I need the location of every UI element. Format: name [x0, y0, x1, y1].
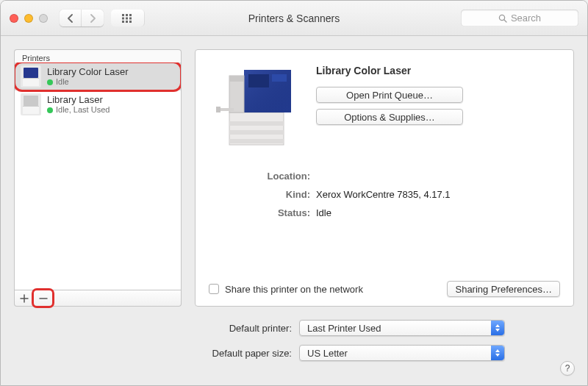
svg-rect-1 [126, 14, 128, 16]
show-all-button[interactable] [111, 10, 145, 26]
printer-row-library-laser[interactable]: Library Laser Idle, Last Used [15, 90, 181, 118]
chevron-right-icon [89, 14, 96, 23]
printers-list: Library Color Laser Idle Library Laser I… [14, 62, 182, 290]
close-window-button[interactable] [10, 14, 18, 23]
prefs-window: Printers & Scanners Search Printers Libr… [0, 0, 588, 386]
svg-rect-12 [229, 121, 284, 126]
options-supplies-button[interactable]: Options & Supplies… [316, 109, 463, 125]
svg-rect-2 [129, 14, 132, 16]
printer-illustration [209, 63, 303, 151]
svg-rect-6 [122, 21, 124, 23]
search-icon [498, 14, 507, 23]
sharing-preferences-button[interactable]: Sharing Preferences… [447, 281, 560, 297]
plus-icon [20, 294, 29, 303]
search-field[interactable]: Search [461, 10, 578, 26]
location-value [316, 171, 560, 182]
svg-rect-22 [216, 107, 220, 112]
window-title: Printers & Scanners [248, 12, 340, 24]
default-paper-size-label: Default paper size: [196, 348, 292, 359]
printer-icon [21, 93, 41, 115]
default-printer-value: Last Printer Used [307, 323, 381, 334]
forward-button[interactable] [82, 10, 104, 26]
location-label: Location: [222, 171, 310, 182]
search-placeholder: Search [511, 12, 541, 24]
svg-line-10 [504, 20, 506, 22]
default-printer-select[interactable]: Last Printer Used [299, 320, 505, 336]
printer-status: Idle [56, 77, 69, 87]
defaults-section: Default printer: Last Printer Used Defau… [14, 320, 574, 361]
share-printer-checkbox[interactable] [209, 284, 219, 294]
titlebar: Printers & Scanners Search [1, 1, 587, 36]
printers-sidebar: Printers Library Color Laser Idle Li [14, 49, 182, 307]
printer-detail-panel: Library Color Laser Open Print Queue… Op… [195, 49, 574, 307]
status-value: Idle [316, 207, 560, 218]
grid-icon [122, 14, 134, 23]
printer-status: Idle, Last Used [56, 105, 110, 115]
detail-title: Library Color Laser [316, 65, 560, 76]
share-printer-label: Share this printer on the network [225, 284, 363, 295]
zoom-window-button [39, 14, 48, 23]
printer-info-table: Location: Kind: Xerox WorkCentre 7835, 4… [209, 171, 560, 218]
sidebar-footer [14, 290, 182, 307]
status-dot-icon [47, 79, 53, 85]
content-area: Printers Library Color Laser Idle Li [1, 36, 587, 385]
help-button[interactable]: ? [560, 361, 575, 376]
open-print-queue-button[interactable]: Open Print Queue… [316, 87, 463, 103]
sidebar-header: Printers [14, 49, 182, 62]
svg-rect-4 [126, 17, 128, 19]
add-printer-button[interactable] [15, 290, 34, 306]
window-controls [10, 14, 48, 23]
svg-rect-7 [126, 21, 128, 23]
kind-value: Xerox WorkCentre 7835, 4.17.1 [316, 189, 560, 200]
default-printer-label: Default printer: [196, 323, 292, 334]
svg-rect-5 [129, 17, 132, 19]
chevron-left-icon [67, 14, 74, 23]
svg-rect-17 [248, 74, 269, 87]
select-stepper-icon [491, 346, 504, 360]
minimize-window-button[interactable] [24, 14, 33, 23]
svg-rect-14 [229, 139, 284, 143]
svg-rect-8 [129, 21, 132, 23]
printer-name: Library Color Laser [47, 66, 129, 78]
printer-row-library-color-laser[interactable]: Library Color Laser Idle [15, 62, 181, 90]
default-paper-size-value: US Letter [307, 348, 348, 359]
remove-printer-button[interactable] [34, 290, 53, 306]
svg-point-9 [499, 15, 504, 20]
svg-rect-18 [272, 74, 287, 82]
minus-icon [39, 294, 48, 303]
status-dot-icon [47, 107, 53, 113]
default-paper-size-select[interactable]: US Letter [299, 345, 505, 361]
status-label: Status: [222, 207, 310, 218]
select-stepper-icon [491, 321, 504, 335]
back-button[interactable] [60, 10, 82, 26]
svg-rect-13 [229, 130, 284, 135]
svg-rect-0 [122, 14, 124, 16]
nav-group [60, 10, 104, 26]
printer-name: Library Laser [47, 94, 110, 106]
svg-rect-21 [219, 108, 234, 111]
svg-rect-3 [122, 17, 124, 19]
svg-rect-20 [229, 76, 244, 82]
kind-label: Kind: [222, 189, 310, 200]
printer-icon [21, 65, 41, 87]
